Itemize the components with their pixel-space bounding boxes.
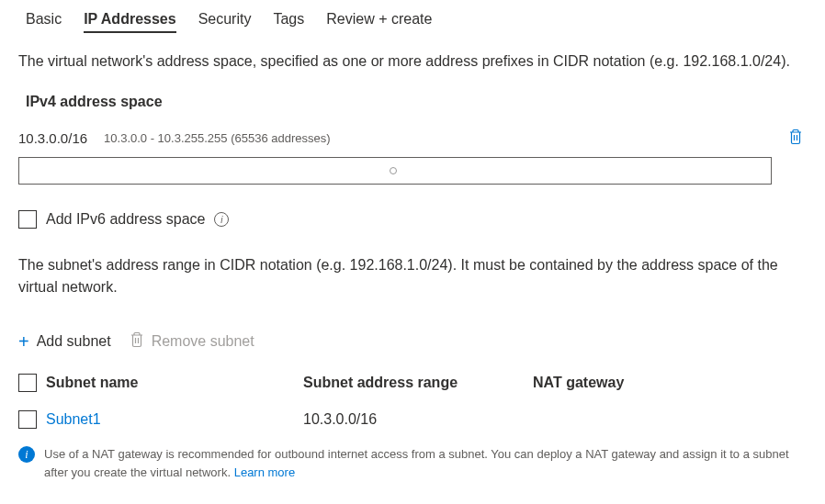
header-nat-gateway: NAT gateway — [533, 375, 807, 391]
table-header: Subnet name Subnet address range NAT gat… — [18, 368, 807, 398]
remove-subnet-button: Remove subnet — [130, 331, 254, 352]
ipv6-label: Add IPv6 address space — [46, 211, 205, 228]
add-subnet-label: Add subnet — [37, 333, 111, 350]
address-range: 10.3.0.0 - 10.3.255.255 (65536 addresses… — [104, 131, 788, 145]
subnet-toolbar: + Add subnet Remove subnet — [18, 331, 807, 352]
ipv6-checkbox-row: Add IPv6 address space i — [18, 210, 807, 229]
info-circle-icon: i — [18, 446, 35, 463]
subnet-table: Subnet name Subnet address range NAT gat… — [18, 368, 807, 442]
ipv4-title: IPv4 address space — [26, 94, 807, 110]
header-subnet-range: Subnet address range — [303, 375, 533, 391]
learn-more-link[interactable]: Learn more — [234, 465, 295, 479]
add-subnet-button[interactable]: + Add subnet — [18, 332, 111, 351]
remove-subnet-label: Remove subnet — [152, 333, 254, 350]
tab-security[interactable]: Security — [198, 11, 252, 33]
trash-icon — [130, 331, 144, 352]
ipv6-checkbox[interactable] — [18, 210, 37, 229]
plus-icon: + — [18, 332, 29, 351]
subnet-name-link[interactable]: Subnet1 — [46, 411, 101, 427]
address-space-row: 10.3.0.0/16 10.3.0.0 - 10.3.255.255 (655… — [18, 129, 807, 148]
subnet-range-cell: 10.3.0.0/16 — [303, 411, 533, 428]
address-space-description: The virtual network's address space, spe… — [18, 51, 807, 72]
tab-basic[interactable]: Basic — [26, 11, 62, 33]
subnet-description: The subnet's address range in CIDR notat… — [18, 254, 807, 298]
address-cidr: 10.3.0.0/16 — [18, 130, 87, 146]
info-icon[interactable]: i — [214, 212, 229, 227]
select-all-checkbox[interactable] — [18, 374, 37, 392]
tab-review-create[interactable]: Review + create — [326, 11, 432, 33]
tab-ip-addresses[interactable]: IP Addresses — [84, 11, 176, 33]
delete-icon[interactable] — [788, 129, 803, 148]
header-subnet-name: Subnet name — [46, 375, 303, 391]
address-input-wrap — [18, 157, 807, 185]
nat-info-text: Use of a NAT gateway is recommended for … — [44, 445, 807, 481]
tab-tags[interactable]: Tags — [273, 11, 304, 33]
tabs: Basic IP Addresses Security Tags Review … — [18, 0, 807, 33]
row-checkbox[interactable] — [18, 410, 37, 429]
address-space-input[interactable] — [18, 157, 772, 185]
nat-info-banner: i Use of a NAT gateway is recommended fo… — [18, 445, 807, 481]
table-row: Subnet1 10.3.0.0/16 — [18, 398, 807, 442]
